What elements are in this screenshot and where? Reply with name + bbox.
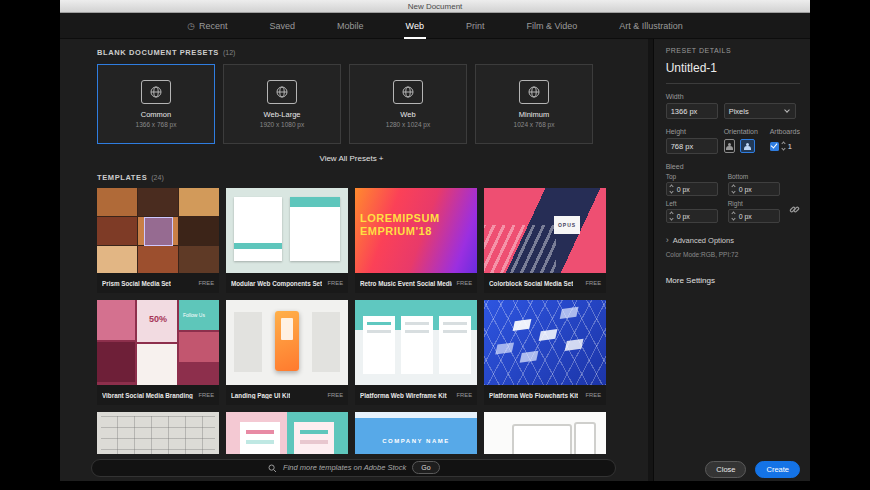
link-bleed-values-icon[interactable] bbox=[789, 201, 800, 219]
thumbnail-art-text: 50% bbox=[149, 314, 167, 324]
advanced-options-toggle[interactable]: › Advanced Options bbox=[666, 236, 800, 245]
more-settings-button[interactable]: More Settings bbox=[666, 276, 800, 285]
stock-search-band: Find more templates on Adobe Stock Go bbox=[60, 454, 648, 481]
preset-card-web[interactable]: Web 1280 x 1024 px bbox=[349, 64, 467, 144]
tab-saved[interactable]: Saved bbox=[270, 13, 296, 39]
tab-recent[interactable]: ◷ Recent bbox=[187, 13, 227, 39]
stepper-icon[interactable] bbox=[670, 212, 673, 220]
thumbnail-art-text: Follow Us bbox=[183, 312, 205, 318]
color-mode-summary: Color Mode:RGB, PPI:72 bbox=[666, 251, 800, 258]
free-badge: FREE bbox=[586, 392, 601, 398]
bleed-left-input[interactable]: 0 px bbox=[666, 209, 718, 223]
bleed-grid: Top 0 px Bottom 0 px L bbox=[666, 173, 786, 223]
artboards-checkbox[interactable] bbox=[770, 142, 779, 151]
preset-size: 1920 x 1080 px bbox=[260, 121, 304, 128]
bleed-right-label: Right bbox=[728, 200, 780, 207]
chevron-right-icon: › bbox=[666, 236, 669, 245]
template-label-bar: Platforma Web Flowcharts Kit FREE bbox=[484, 385, 606, 405]
tab-film-video[interactable]: Film & Video bbox=[526, 13, 577, 39]
template-card-vibrant[interactable]: 50% Follow Us Vibrant Social Media Brand… bbox=[97, 300, 219, 405]
template-card-wireframe[interactable]: Platforma Web Wireframe Kit FREE bbox=[355, 300, 477, 405]
template-label-bar: Platforma Web Wireframe Kit FREE bbox=[355, 385, 477, 405]
free-badge: FREE bbox=[199, 392, 214, 398]
document-globe-icon bbox=[393, 80, 423, 104]
template-label-bar: Vibrant Social Media Branding Set FREE bbox=[97, 385, 219, 405]
tab-web[interactable]: Web bbox=[406, 13, 424, 39]
portrait-orientation-icon[interactable] bbox=[724, 139, 735, 153]
dialog-actions: Close Create bbox=[705, 461, 800, 478]
template-name: Platforma Web Wireframe Kit bbox=[360, 392, 447, 399]
view-all-presets-button[interactable]: View All Presets + bbox=[97, 154, 606, 163]
template-name: Landing Page UI Kit bbox=[231, 392, 290, 399]
thumbnail-art-text: LOREMIPSUM EMPRIUM'18 bbox=[360, 212, 440, 237]
tab-label: Print bbox=[466, 21, 485, 31]
template-name: Colorblock Social Media Set bbox=[489, 280, 573, 287]
tab-mobile[interactable]: Mobile bbox=[337, 13, 364, 39]
width-row: 1366 px Pixels bbox=[666, 103, 800, 119]
bleed-top-input[interactable]: 0 px bbox=[666, 182, 718, 196]
go-button[interactable]: Go bbox=[412, 461, 439, 474]
height-input[interactable]: 768 px bbox=[666, 138, 718, 154]
orientation-label: Orientation bbox=[724, 128, 770, 135]
template-card-retro-music[interactable]: LOREMIPSUM EMPRIUM'18 Retro Music Event … bbox=[355, 188, 477, 293]
blank-presets-header: BLANK DOCUMENT PRESETS (12) bbox=[97, 48, 648, 57]
template-card-modular[interactable]: Modular Web Components Set FREE bbox=[226, 188, 348, 293]
preset-size: 1366 x 768 px bbox=[136, 121, 177, 128]
stepper-icon[interactable] bbox=[732, 185, 735, 193]
document-globe-icon bbox=[519, 80, 549, 104]
bleed-bottom-input[interactable]: 0 px bbox=[728, 182, 780, 196]
search-icon bbox=[268, 459, 277, 477]
main-content: BLANK DOCUMENT PRESETS (12) Common 1366 … bbox=[60, 39, 648, 481]
template-name: Vibrant Social Media Branding Set bbox=[102, 392, 194, 399]
artboards-stepper[interactable] bbox=[782, 142, 785, 150]
preset-card-common[interactable]: Common 1366 x 768 px bbox=[97, 64, 215, 144]
bleed-left-value: 0 px bbox=[677, 213, 690, 220]
template-card-flowcharts[interactable]: Platforma Web Flowcharts Kit FREE bbox=[484, 300, 606, 405]
free-badge: FREE bbox=[328, 392, 343, 398]
preset-details-title: PRESET DETAILS bbox=[666, 47, 800, 54]
bleed-right-input[interactable]: 0 px bbox=[728, 209, 780, 223]
template-card-landing-page[interactable]: Landing Page UI Kit FREE bbox=[226, 300, 348, 405]
tab-label: Mobile bbox=[337, 21, 364, 31]
template-name: Platforma Web Flowcharts Kit bbox=[489, 392, 578, 399]
artboards-control: 1 bbox=[770, 138, 792, 154]
stepper-icon[interactable] bbox=[670, 185, 673, 193]
preset-card-minimum[interactable]: Minimum 1024 x 768 px bbox=[475, 64, 593, 144]
template-name: Retro Music Event Social Media ... bbox=[360, 280, 452, 287]
free-badge: FREE bbox=[457, 392, 472, 398]
tab-label: Recent bbox=[199, 21, 228, 31]
width-input[interactable]: 1366 px bbox=[666, 103, 718, 119]
dialog-content: BLANK DOCUMENT PRESETS (12) Common 1366 … bbox=[60, 39, 810, 481]
preset-name: Minimum bbox=[519, 110, 549, 119]
bleed-bottom-label: Bottom bbox=[728, 173, 780, 180]
stock-search-input[interactable]: Find more templates on Adobe Stock Go bbox=[91, 459, 616, 477]
bleed-label: Bleed bbox=[666, 163, 800, 170]
free-badge: FREE bbox=[457, 280, 472, 286]
orientation-toggle bbox=[724, 138, 764, 154]
presets-count: (12) bbox=[223, 49, 235, 56]
landscape-orientation-icon[interactable] bbox=[740, 139, 755, 153]
create-button[interactable]: Create bbox=[755, 461, 800, 478]
preset-size: 1280 x 1024 px bbox=[386, 121, 430, 128]
tab-art-illustration[interactable]: Art & Illustration bbox=[619, 13, 683, 39]
preset-card-web-large[interactable]: Web-Large 1920 x 1080 px bbox=[223, 64, 341, 144]
close-button[interactable]: Close bbox=[705, 461, 746, 478]
stepper-icon[interactable] bbox=[732, 212, 735, 220]
template-card-prism[interactable]: Prism Social Media Set FREE bbox=[97, 188, 219, 293]
units-select[interactable]: Pixels bbox=[724, 103, 796, 119]
thumbnail-art-text: OPUS bbox=[554, 216, 580, 234]
template-thumbnail: OPUS bbox=[484, 188, 606, 273]
window-titlebar[interactable]: New Document bbox=[60, 0, 810, 13]
preset-details-panel: PRESET DETAILS Untitled-1 Width 1366 px … bbox=[653, 39, 810, 481]
template-card-colorblock[interactable]: OPUS Colorblock Social Media Set FREE bbox=[484, 188, 606, 293]
height-row: 768 px 1 bbox=[666, 138, 800, 154]
document-name-input[interactable]: Untitled-1 bbox=[666, 61, 800, 84]
bleed-top-label: Top bbox=[666, 173, 718, 180]
template-thumbnail: LOREMIPSUM EMPRIUM'18 bbox=[355, 188, 477, 273]
free-badge: FREE bbox=[328, 280, 343, 286]
tab-print[interactable]: Print bbox=[466, 13, 485, 39]
bleed-right-cell: Right 0 px bbox=[728, 200, 780, 223]
free-badge: FREE bbox=[199, 280, 214, 286]
bleed-left-cell: Left 0 px bbox=[666, 200, 718, 223]
artboards-value: 1 bbox=[788, 142, 792, 151]
